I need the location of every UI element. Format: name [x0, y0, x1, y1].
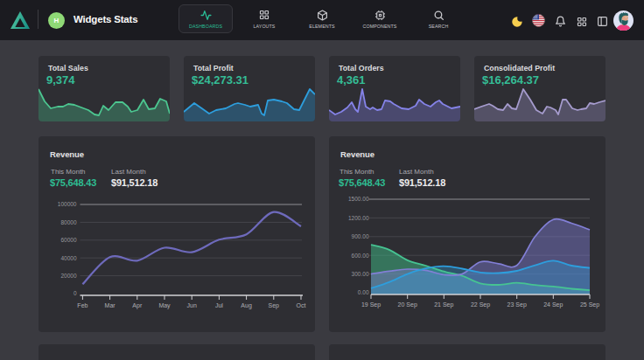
svg-text:60000: 60000 — [60, 237, 76, 243]
svg-text:1500.00: 1500.00 — [348, 196, 369, 202]
svg-text:0: 0 — [74, 290, 77, 296]
svg-text:Aug: Aug — [241, 302, 252, 309]
svg-text:0.00: 0.00 — [358, 289, 369, 295]
svg-text:Mar: Mar — [105, 302, 116, 308]
svg-text:May: May — [158, 302, 171, 309]
svg-text:40000: 40000 — [60, 255, 76, 261]
svg-text:600.00: 600.00 — [352, 253, 369, 259]
svg-text:22 Sep: 22 Sep — [471, 301, 490, 308]
svg-text:25 Sep: 25 Sep — [580, 301, 599, 308]
svg-text:19 Sep: 19 Sep — [361, 301, 381, 308]
svg-text:1200.00: 1200.00 — [348, 215, 369, 221]
svg-text:Jul: Jul — [215, 302, 223, 308]
svg-text:100000: 100000 — [58, 201, 77, 207]
svg-text:20000: 20000 — [60, 273, 76, 279]
svg-text:80000: 80000 — [60, 219, 76, 225]
svg-text:Feb: Feb — [77, 302, 88, 308]
svg-text:Sep: Sep — [269, 302, 280, 309]
svg-text:21 Sep: 21 Sep — [434, 301, 453, 308]
svg-text:24 Sep: 24 Sep — [543, 301, 563, 308]
svg-text:23 Sep: 23 Sep — [508, 301, 527, 308]
svg-text:300.00: 300.00 — [352, 271, 369, 277]
svg-text:20 Sep: 20 Sep — [398, 301, 417, 308]
svg-text:Apr: Apr — [132, 302, 143, 309]
svg-text:Jun: Jun — [187, 302, 197, 308]
svg-text:Oct: Oct — [297, 302, 306, 308]
svg-text:900.00: 900.00 — [352, 233, 369, 239]
